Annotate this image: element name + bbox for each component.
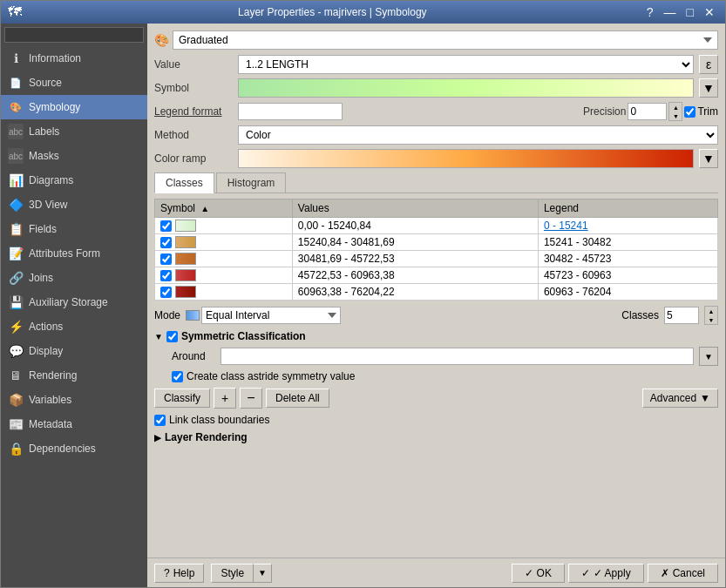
window-title: Layer Properties - majrivers | Symbology [238, 6, 427, 18]
sidebar-item-label: Actions [29, 321, 63, 333]
collapse-arrow[interactable]: ▼ [154, 332, 163, 341]
mode-select[interactable]: Equal Interval [201, 307, 341, 324]
fields-icon: 📋 [8, 221, 24, 237]
classes-spin-buttons: ▲ ▼ [704, 306, 718, 325]
help-titlebar-button[interactable]: ? [643, 5, 657, 19]
legend-format-input[interactable]: %1 - %2 [238, 103, 343, 120]
color-ramp-dropdown-button[interactable]: ▼ [699, 149, 718, 168]
sidebar-item-label: Auxiliary Storage [29, 296, 108, 308]
sidebar-item-joins[interactable]: 🔗 Joins [1, 266, 147, 290]
trim-checkbox[interactable] [684, 106, 695, 118]
classify-button[interactable]: Classify [154, 389, 210, 408]
symmetric-section: ▼ Symmetric Classification Around 38102.… [154, 330, 718, 382]
remove-icon: − [247, 391, 254, 405]
classes-up-button[interactable]: ▲ [705, 307, 717, 315]
minimize-button[interactable]: — [661, 5, 680, 19]
astride-checkbox[interactable] [172, 371, 183, 382]
sidebar-item-metadata[interactable]: 📰 Metadata [1, 412, 147, 436]
renderer-type-select[interactable]: Graduated [173, 30, 718, 50]
tab-histogram[interactable]: Histogram [216, 172, 287, 193]
color-ramp-bar[interactable] [238, 149, 694, 168]
around-input[interactable]: 38102.11 [221, 348, 694, 365]
add-class-button[interactable]: + [214, 388, 236, 409]
symmetric-checkbox[interactable] [166, 331, 178, 342]
style-main-button[interactable]: Style [211, 564, 254, 583]
precision-down-button[interactable]: ▼ [669, 112, 682, 120]
tab-classes[interactable]: Classes [154, 172, 214, 193]
link-boundaries-checkbox[interactable] [154, 415, 166, 426]
precision-up-button[interactable]: ▲ [669, 103, 682, 112]
sidebar-item-rendering[interactable]: 🖥 Rendering [1, 363, 147, 388]
graduated-icon: 🎨 [154, 33, 169, 47]
symbol-swatch[interactable] [238, 78, 694, 98]
advanced-arrow-icon: ▼ [700, 392, 710, 404]
astride-label: Create class astride symmetry value [187, 370, 355, 382]
sidebar-item-masks[interactable]: abc Masks [1, 144, 147, 168]
advanced-button[interactable]: Advanced ▼ [642, 389, 718, 408]
classes-down-button[interactable]: ▼ [705, 315, 717, 324]
th-values[interactable]: Values [292, 199, 538, 218]
ok-button[interactable]: ✓ OK [512, 564, 565, 583]
sidebar-item-auxiliary-storage[interactable]: 💾 Auxiliary Storage [1, 290, 147, 314]
method-select[interactable]: Color [238, 125, 718, 145]
sidebar-item-symbology[interactable]: 🎨 Symbology [1, 95, 147, 119]
help-button[interactable]: ? Help [154, 564, 204, 583]
color-cell-2 [160, 253, 287, 265]
source-icon: 📄 [8, 75, 24, 91]
sidebar-search-input[interactable] [4, 27, 144, 43]
sidebar-item-diagrams[interactable]: 📊 Diagrams [1, 168, 147, 193]
sidebar-item-display[interactable]: 💬 Display [1, 339, 147, 363]
sidebar-item-labels[interactable]: abc Labels [1, 119, 147, 144]
classes-spinner[interactable] [664, 307, 699, 324]
around-select-button[interactable]: ▼ [699, 347, 718, 366]
sidebar-item-dependencies[interactable]: 🔒 Dependencies [1, 436, 147, 461]
help-icon: ? [164, 567, 170, 579]
sidebar-item-label: Variables [29, 394, 71, 406]
cancel-button[interactable]: ✗ Cancel [648, 564, 718, 583]
legend-cell-1: 15241 - 30482 [538, 234, 717, 251]
sidebar-item-label: Source [29, 77, 62, 89]
attributes-form-icon: 📝 [8, 246, 24, 261]
color-box-0[interactable] [175, 220, 196, 232]
sidebar-item-source[interactable]: 📄 Source [1, 71, 147, 95]
sidebar-item-variables[interactable]: 📦 Variables [1, 388, 147, 412]
symbol-dropdown-button[interactable]: ▼ [699, 78, 718, 98]
row-checkbox-2[interactable] [160, 253, 172, 265]
remove-class-button[interactable]: − [240, 388, 262, 409]
sidebar-item-information[interactable]: ℹ Information [1, 46, 147, 71]
sidebar-item-3dview[interactable]: 🔷 3D View [1, 193, 147, 217]
epsilon-button[interactable]: ε [699, 55, 718, 74]
color-box-1[interactable] [175, 236, 196, 248]
method-label: Method [154, 129, 233, 141]
titlebar-buttons: ? — □ ✕ [643, 5, 718, 19]
add-icon: + [221, 391, 228, 405]
th-symbol[interactable]: Symbol ▲ [155, 199, 293, 218]
row-checkbox-1[interactable] [160, 237, 172, 248]
symbol-row: Symbol ▼ [154, 78, 718, 98]
color-box-4[interactable] [175, 286, 196, 298]
sidebar: ℹ Information 📄 Source 🎨 Symbology abc L… [1, 24, 147, 587]
apply-button[interactable]: ✓ ✓ Apply [568, 564, 644, 583]
rendering-icon: 🖥 [8, 368, 24, 383]
delete-all-button[interactable]: Delete All [266, 389, 329, 408]
row-checkbox-3[interactable] [160, 270, 172, 281]
precision-spinner[interactable] [628, 103, 667, 120]
color-box-3[interactable] [175, 269, 196, 281]
row-checkbox-4[interactable] [160, 287, 172, 298]
value-select[interactable]: 1..2 LENGTH [238, 55, 694, 74]
layer-rendering-arrow[interactable]: ▶ [154, 433, 161, 443]
ok-check-icon: ✓ [525, 567, 533, 579]
th-legend[interactable]: Legend [538, 199, 717, 218]
sidebar-item-fields[interactable]: 📋 Fields [1, 217, 147, 241]
style-arrow-button[interactable]: ▼ [254, 564, 272, 583]
maximize-button[interactable]: □ [683, 5, 697, 19]
window-icon: 🗺 [8, 4, 22, 20]
precision-label: Precision [583, 105, 626, 118]
color-box-2[interactable] [175, 253, 196, 265]
sidebar-item-label: Display [29, 345, 63, 357]
color-ramp-label: Color ramp [154, 152, 233, 165]
sidebar-item-actions[interactable]: ⚡ Actions [1, 314, 147, 339]
sidebar-item-attributes-form[interactable]: 📝 Attributes Form [1, 241, 147, 266]
row-checkbox-0[interactable] [160, 220, 172, 232]
close-button[interactable]: ✕ [701, 5, 718, 19]
